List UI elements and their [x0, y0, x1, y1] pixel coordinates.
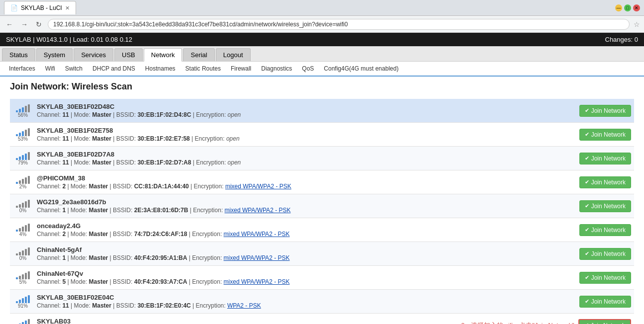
- wifi-details: Channel: 11 | Mode: Master | BSSID: 30:E…: [37, 159, 575, 166]
- wifi-info: SKYLAB_30EB1F02E04C Channel: 11 | Mode: …: [33, 294, 579, 309]
- wifi-network-row: 0% ChinaNet-5gAf Channel: 1 | Mode: Mast…: [10, 242, 634, 266]
- encryption-link[interactable]: mixed WPA/WPA2 - PSK: [225, 207, 291, 214]
- router-header: SKYLAB | W0143.1.0 | Load: 0.01 0.08 0.1…: [0, 33, 644, 46]
- wifi-network-row: 56% SKYLAB_30EB1F02D48C Channel: 11 | Mo…: [10, 99, 634, 123]
- wifi-info: SKYLAB_30EB1F02E758 Channel: 11 | Mode: …: [33, 127, 579, 142]
- subnav-switch[interactable]: Switch: [60, 64, 88, 74]
- join-network-button[interactable]: ✔ Join Network: [579, 296, 631, 308]
- join-network-icon: ✔: [585, 131, 589, 138]
- subnav-wifi[interactable]: Wifi: [40, 64, 60, 74]
- tab-system[interactable]: System: [36, 48, 73, 61]
- signal-icon: 4%: [13, 223, 33, 237]
- join-network-icon: ✔: [584, 322, 589, 324]
- join-network-button[interactable]: ✔ Join Network: [578, 319, 631, 324]
- join-network-button[interactable]: ✔ Join Network: [579, 105, 631, 117]
- tab-favicon: 📄: [10, 4, 18, 11]
- wifi-name: ChinaNet-67Qv: [37, 270, 575, 277]
- subnav-qos[interactable]: QoS: [297, 64, 319, 74]
- signal-percent: 91%: [18, 303, 28, 309]
- signal-percent: 79%: [18, 160, 28, 165]
- join-network-icon: ✔: [585, 179, 589, 185]
- join-network-button[interactable]: ✔ Join Network: [579, 248, 631, 260]
- signal-percent: 53%: [18, 136, 28, 142]
- wifi-network-row: 79% SKYLAB_30EB1F02D7A8 Channel: 11 | Mo…: [10, 147, 634, 170]
- subnav-dhcp-dns[interactable]: DHCP and DNS: [88, 64, 140, 74]
- browser-tab[interactable]: 📄 SKYLAB - LuCI ✕: [4, 1, 76, 14]
- join-network-button[interactable]: ✔ Join Network: [579, 200, 631, 212]
- join-network-button[interactable]: ✔ Join Network: [579, 129, 631, 141]
- join-network-icon: ✔: [585, 274, 589, 281]
- join-network-button[interactable]: ✔ Join Network: [579, 272, 631, 284]
- subnav-static-routes[interactable]: Static Routes: [181, 64, 226, 74]
- address-input[interactable]: 192.168.8.1/cgi-bin/luci/;stok=3a543c1e8…: [48, 19, 630, 30]
- subnav-config4g[interactable]: Config4G(4G must enabled): [319, 64, 403, 74]
- tab-serial[interactable]: Serial: [183, 48, 214, 61]
- join-network-icon: ✔: [585, 107, 589, 114]
- wifi-details: Channel: 2 | Mode: Master | BSSID: 74:7D…: [37, 231, 575, 238]
- join-network-button[interactable]: ✔ Join Network: [579, 176, 631, 188]
- wifi-details: Channel: 11 | Mode: Master | BSSID: 30:E…: [37, 111, 575, 118]
- sub-nav: Interfaces Wifi Switch DHCP and DNS Host…: [0, 62, 644, 77]
- wifi-name: SKYLAB_30EB1F02D48C: [37, 103, 575, 110]
- wifi-info: ChinaNet-67Qv Channel: 5 | Mode: Master …: [33, 270, 579, 285]
- signal-percent: 4%: [19, 232, 26, 237]
- wifi-network-row: 2% @PHICOMM_38 Channel: 2 | Mode: Master…: [10, 170, 634, 194]
- close-button[interactable]: ✕: [633, 4, 640, 11]
- wifi-name: WG219_2e3ae8016d7b: [37, 198, 575, 206]
- encryption-link[interactable]: mixed WPA/WPA2 - PSK: [224, 278, 290, 285]
- join-network-icon: ✔: [585, 155, 589, 162]
- wifi-network-row: 0% WG219_2e3ae8016d7b Channel: 1 | Mode:…: [10, 194, 634, 218]
- signal-icon: 84%: [13, 318, 33, 324]
- wifi-network-row: 84% SKYLAB03 Channel: 11 | Mode: Master …: [10, 314, 634, 324]
- wifi-name: SKYLAB03: [37, 318, 457, 324]
- signal-icon: 53%: [13, 127, 33, 142]
- wifi-network-row: 53% SKYLAB_30EB1F02E758 Channel: 11 | Mo…: [10, 123, 634, 147]
- tab-status[interactable]: Status: [2, 48, 35, 61]
- signal-icon: 56%: [13, 103, 33, 118]
- encryption-link[interactable]: mixed WPA/WPA2 - PSK: [224, 231, 290, 238]
- join-network-icon: ✔: [585, 203, 589, 209]
- encryption-link[interactable]: mixed WPA/WPA2 - PSK: [225, 183, 291, 190]
- wifi-network-list: 56% SKYLAB_30EB1F02D48C Channel: 11 | Mo…: [10, 99, 634, 324]
- address-bar: ← → ↻ 192.168.8.1/cgi-bin/luci/;stok=3a5…: [0, 16, 644, 33]
- encryption-link[interactable]: mixed WPA/WPA2 - PSK: [224, 254, 290, 261]
- subnav-firewall[interactable]: Firewall: [226, 64, 256, 74]
- subnav-diagnostics[interactable]: Diagnostics: [256, 64, 297, 74]
- wifi-info: @PHICOMM_38 Channel: 2 | Mode: Master | …: [33, 174, 579, 190]
- join-network-icon: ✔: [585, 298, 589, 305]
- wifi-name: @PHICOMM_38: [37, 174, 575, 182]
- subnav-hostnames[interactable]: Hostnames: [140, 64, 181, 74]
- window-controls: — □ ✕: [615, 4, 640, 11]
- wifi-info: SKYLAB_30EB1F02D48C Channel: 11 | Mode: …: [33, 103, 579, 118]
- wifi-details: Channel: 1 | Mode: Master | BSSID: 2E:3A…: [37, 207, 575, 214]
- subnav-interfaces[interactable]: Interfaces: [4, 64, 40, 74]
- wifi-details: Channel: 11 | Mode: Master | BSSID: 30:E…: [37, 302, 575, 309]
- changes-badge: Changes: 0: [605, 36, 639, 43]
- back-button[interactable]: ←: [4, 19, 15, 29]
- join-network-icon: ✔: [585, 250, 589, 257]
- forward-button[interactable]: →: [19, 19, 30, 29]
- encryption-link[interactable]: WPA2 - PSK: [227, 302, 261, 309]
- wifi-network-row: 5% ChinaNet-67Qv Channel: 5 | Mode: Mast…: [10, 266, 634, 290]
- wifi-network-row: 91% SKYLAB_30EB1F02E04C Channel: 11 | Mo…: [10, 290, 634, 314]
- maximize-button[interactable]: □: [624, 4, 631, 11]
- tab-network[interactable]: Network: [144, 48, 183, 62]
- wifi-name: onceaday2.4G: [37, 222, 575, 230]
- reload-button[interactable]: ↻: [34, 19, 44, 29]
- wifi-name: SKYLAB_30EB1F02D7A8: [37, 151, 575, 158]
- tab-logout[interactable]: Logout: [216, 48, 251, 61]
- signal-percent: 0%: [19, 255, 26, 261]
- signal-icon: 79%: [13, 151, 33, 165]
- join-network-button[interactable]: ✔ Join Network: [579, 224, 631, 236]
- bookmark-icon[interactable]: ☆: [634, 20, 640, 28]
- wifi-details: Channel: 11 | Mode: Master | BSSID: 30:E…: [37, 135, 575, 142]
- wifi-info: onceaday2.4G Channel: 2 | Mode: Master |…: [33, 222, 579, 238]
- minimize-button[interactable]: —: [615, 4, 622, 11]
- router-info: SKYLAB | W0143.1.0 | Load: 0.01 0.08 0.1…: [6, 36, 132, 43]
- join-network-button[interactable]: ✔ Join Network: [579, 153, 631, 164]
- tab-usb[interactable]: USB: [114, 48, 143, 61]
- wifi-name: SKYLAB_30EB1F02E758: [37, 127, 575, 134]
- tab-close-icon[interactable]: ✕: [65, 5, 70, 11]
- tab-services[interactable]: Services: [74, 48, 113, 61]
- signal-percent: 2%: [19, 184, 26, 189]
